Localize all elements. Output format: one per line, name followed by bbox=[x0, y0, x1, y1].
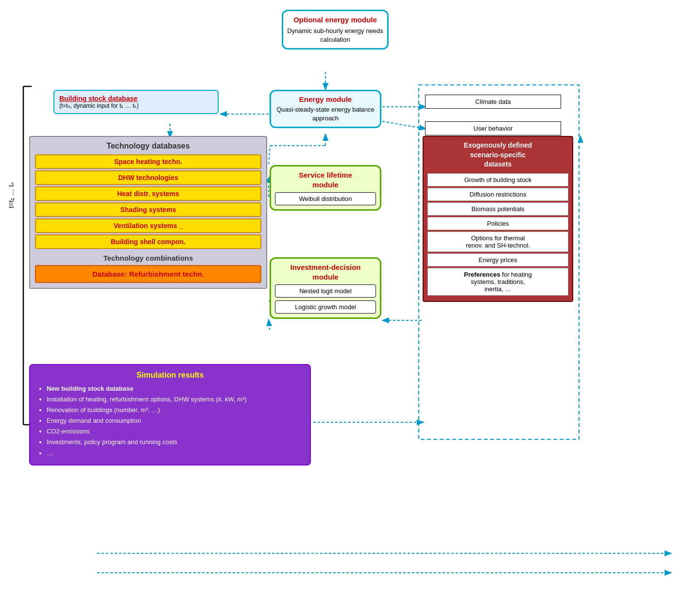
heat-distr-btn: Heat distr. systems bbox=[35, 186, 261, 201]
tech-combinations-title: Technology combinations bbox=[35, 254, 261, 262]
optional-module-body: Dynamic sub-hourly energy needs calculat… bbox=[287, 27, 383, 44]
logistic-growth-box: Logistic growth model bbox=[275, 300, 376, 314]
exo-title: Exogenously definedscenario-specificdata… bbox=[427, 141, 568, 169]
invest-module-title: Investment-decisionmodule bbox=[275, 263, 376, 282]
sim-item-1: New building stock database bbox=[47, 383, 302, 394]
investment-decision-module: Investment-decisionmodule Nested logit m… bbox=[270, 257, 381, 319]
svg-line-6 bbox=[382, 121, 425, 129]
user-behavior-box: User behavior bbox=[425, 121, 561, 135]
energy-module-title: Energy module bbox=[275, 95, 376, 103]
sim-results-list: New building stock database Installation… bbox=[38, 383, 302, 459]
shading-btn: Shading systems bbox=[35, 202, 261, 217]
space-heating-btn: Space heating techn. bbox=[35, 154, 261, 169]
climate-data-box: Climate data bbox=[425, 95, 561, 109]
sim-item-2: Installation of heating, refurbishment o… bbox=[47, 394, 302, 405]
climate-data-label: Climate data bbox=[476, 98, 511, 105]
svg-line-19 bbox=[269, 146, 270, 164]
weibull-box: Weibull distribution bbox=[275, 192, 376, 205]
user-behavior-label: User behavior bbox=[474, 125, 513, 132]
technology-databases-box: Technology databases Space heating techn… bbox=[29, 136, 267, 289]
sim-item-6: Investments, policy program and running … bbox=[47, 437, 302, 448]
sim-item-7: … bbox=[47, 448, 302, 459]
exo-box: Exogenously definedscenario-specificdata… bbox=[423, 136, 573, 302]
t-label: t=t₁ … tₙ bbox=[7, 182, 15, 208]
exo-options: Options for thermalrenov. and SH-technol… bbox=[427, 232, 568, 252]
sim-results-title: Simulation results bbox=[38, 371, 302, 380]
energy-module: Energy module Quasi-steady-state energy … bbox=[270, 90, 381, 128]
tech-db-title: Technology databases bbox=[35, 142, 261, 150]
energy-module-body: Quasi-steady-state energy balance approa… bbox=[275, 105, 376, 123]
optional-module-title: Optional energy module bbox=[287, 15, 383, 25]
exo-growth: Growth of building stock bbox=[427, 173, 568, 186]
exo-preferences: Preferences for heatingsystems, traditio… bbox=[427, 268, 568, 296]
diagram-container: Optional energy module Dynamic sub-hourl… bbox=[0, 0, 700, 598]
service-lifetime-module: Service lifetimemodule Weibull distribut… bbox=[270, 165, 381, 211]
nested-logit-box: Nested logit model bbox=[275, 284, 376, 298]
dhw-btn: DHW technologies bbox=[35, 170, 261, 185]
building-shell-btn: Building shell compon. bbox=[35, 234, 261, 249]
ventilation-btn: Ventilation systems _ bbox=[35, 218, 261, 233]
sim-item-5: CO2-emissions bbox=[47, 426, 302, 437]
simulation-results: Simulation results New building stock da… bbox=[29, 364, 311, 465]
building-stock-database: Building stock database (t=t₀, dynamic i… bbox=[53, 90, 219, 114]
exo-diffusion: Diffusion restrictions bbox=[427, 188, 568, 201]
exo-policies: Policies bbox=[427, 217, 568, 230]
service-module-title: Service lifetimemodule bbox=[275, 170, 376, 189]
exo-energy-prices: Energy prices bbox=[427, 253, 568, 266]
exo-biomass: Biomass potentials bbox=[427, 202, 568, 216]
optional-energy-module: Optional energy module Dynamic sub-hourl… bbox=[282, 10, 389, 50]
sim-item-4: Energy demand and consumption bbox=[47, 415, 302, 426]
svg-line-11 bbox=[269, 320, 270, 330]
refurbishment-btn: Database: Refurbishment techn. bbox=[35, 265, 261, 283]
bsd-subtitle: (t=t₀, dynamic input for t₁ … tₙ) bbox=[59, 102, 213, 109]
sim-item-3: Renovation of buildings (number, m², …) bbox=[47, 405, 302, 415]
bsd-title: Building stock database bbox=[59, 95, 213, 102]
